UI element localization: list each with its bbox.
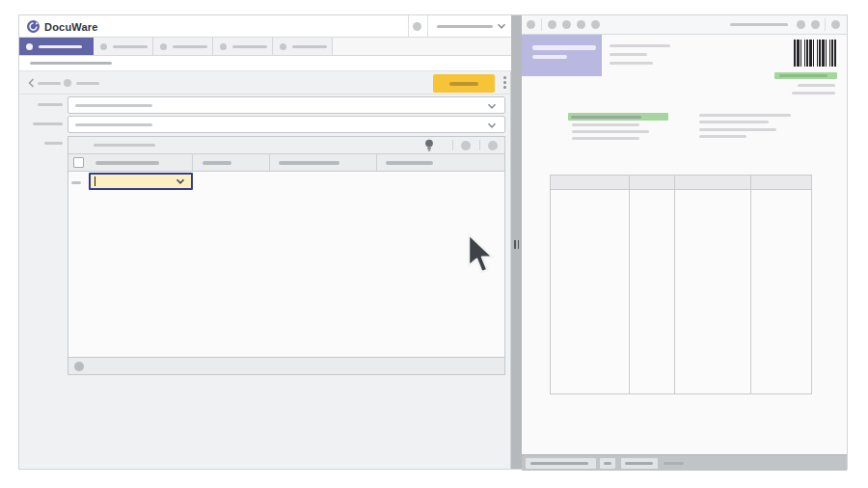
index-table-widget <box>68 136 505 375</box>
column-header-placeholder <box>95 161 159 165</box>
status-icon[interactable] <box>413 22 421 31</box>
store-button-label-placeholder <box>449 82 478 86</box>
store-button[interactable] <box>433 74 495 93</box>
page-info-placeholder <box>530 462 588 465</box>
panel-splitter[interactable] <box>511 15 522 469</box>
column-header-placeholder <box>203 161 231 165</box>
store-tab-1[interactable] <box>19 38 94 55</box>
chevron-down-icon <box>497 23 506 30</box>
toolbar-divider <box>825 18 826 31</box>
chevron-left-icon[interactable] <box>28 78 35 88</box>
docuware-logo-icon <box>27 20 40 33</box>
index-table-header <box>68 154 504 172</box>
highlight-green <box>568 113 668 121</box>
row-handle[interactable] <box>71 181 81 184</box>
tool-5-icon[interactable] <box>591 20 600 29</box>
document-table-header <box>551 176 811 190</box>
nav-box[interactable] <box>600 458 615 469</box>
zoom-box[interactable] <box>621 458 658 469</box>
dialog-title-row <box>19 56 511 71</box>
tool-1-icon[interactable] <box>527 20 535 29</box>
field-value-placeholder <box>75 123 152 126</box>
index-table-footer <box>68 357 504 374</box>
document-table <box>550 175 812 394</box>
document-logo-block <box>522 35 602 76</box>
field-value-placeholder <box>75 104 152 107</box>
tool-8-icon[interactable] <box>831 20 840 29</box>
tab-label-placeholder <box>292 45 327 48</box>
add-row-icon[interactable] <box>74 362 84 371</box>
document-table-row <box>551 263 811 278</box>
screenshot-root: DocuWare <box>0 0 868 488</box>
address-line <box>610 53 647 56</box>
tool-6-icon[interactable] <box>797 20 805 29</box>
recipient-line <box>572 123 639 126</box>
field-label-placeholder <box>33 122 63 125</box>
index-table-toolbar <box>68 137 504 154</box>
kebab-menu-icon[interactable] <box>500 75 509 92</box>
store-tabs <box>19 38 511 56</box>
brand: DocuWare <box>27 15 98 38</box>
page-info-box[interactable] <box>526 458 596 469</box>
column-header-placeholder <box>386 161 433 165</box>
tool-2-icon[interactable] <box>548 20 556 29</box>
document-table-row <box>551 205 811 220</box>
text-caret <box>95 176 95 186</box>
index-table-row <box>68 172 504 193</box>
viewer-statusbar <box>522 454 847 471</box>
icon-button-2[interactable] <box>488 141 498 150</box>
document-table-row <box>551 292 811 307</box>
select-all-checkbox[interactable] <box>73 157 84 168</box>
column-divider <box>192 154 193 171</box>
nav-placeholder <box>604 462 611 465</box>
tab-label-placeholder <box>173 45 207 48</box>
store-tab-5[interactable] <box>273 38 333 55</box>
tab-label-placeholder <box>232 45 267 48</box>
brand-name: DocuWare <box>44 21 98 33</box>
zoom-slider[interactable] <box>730 23 788 26</box>
column-header-placeholder <box>279 161 339 165</box>
chevron-down-icon <box>487 103 497 110</box>
keyword-edit-combobox[interactable] <box>89 173 193 190</box>
highlighted-text-placeholder <box>779 74 827 77</box>
tool-7-icon[interactable] <box>811 20 820 29</box>
chevron-down-icon <box>487 122 497 129</box>
document-table-cell <box>750 321 813 339</box>
zoom-placeholder <box>625 462 653 465</box>
viewer-panel <box>522 15 847 469</box>
tool-3-icon[interactable] <box>562 20 571 29</box>
logo-line-placeholder <box>532 55 567 59</box>
reference-line <box>792 92 835 95</box>
splitter-grip-icon <box>514 240 519 249</box>
tab-dot-icon <box>220 43 227 50</box>
tab-label-placeholder <box>39 45 82 48</box>
column-divider <box>376 154 377 171</box>
document-table-row <box>551 278 811 292</box>
store-tab-2[interactable] <box>94 38 153 55</box>
address-line <box>610 62 653 65</box>
store-tab-3[interactable] <box>153 38 213 55</box>
field-label-placeholder <box>44 142 63 145</box>
recipient-line <box>572 130 649 133</box>
info-line <box>699 114 791 117</box>
breadcrumb-item[interactable] <box>64 71 107 95</box>
select-field-2[interactable] <box>68 116 505 133</box>
field-label-placeholder <box>38 103 63 106</box>
icon-button-1[interactable] <box>461 141 471 150</box>
document-table-row <box>551 249 811 263</box>
store-panel-header: DocuWare <box>19 15 511 38</box>
breadcrumb-placeholder <box>38 82 61 85</box>
tool-4-icon[interactable] <box>577 20 585 29</box>
store-dialog-panel: DocuWare <box>19 15 511 469</box>
document-table-body <box>551 191 811 336</box>
tray-select-dropdown[interactable] <box>427 15 511 38</box>
chevron-down-icon <box>176 178 185 185</box>
document-table-row <box>551 191 811 205</box>
document-table-cell <box>674 321 750 339</box>
document-table-cell <box>629 321 674 339</box>
select-field-1[interactable] <box>68 96 505 114</box>
store-tab-4[interactable] <box>213 38 273 55</box>
lightbulb-icon[interactable] <box>424 139 434 152</box>
docuware-window: DocuWare <box>18 14 848 470</box>
logo-line-placeholder <box>532 45 596 50</box>
